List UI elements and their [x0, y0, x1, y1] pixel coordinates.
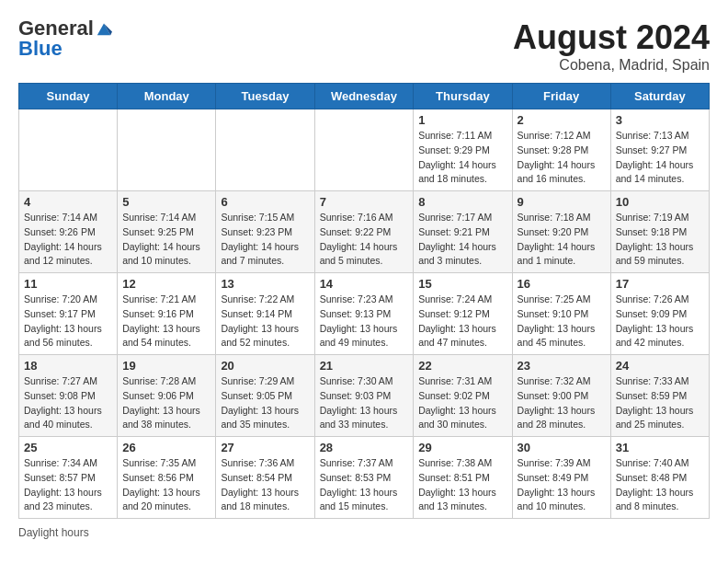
day-number: 31: [616, 441, 704, 454]
calendar-cell: 4Sunrise: 7:14 AMSunset: 9:26 PMDaylight…: [19, 191, 118, 273]
day-info: Sunrise: 7:25 AMSunset: 9:10 PMDaylight:…: [518, 293, 606, 350]
month-year: August 2024: [513, 18, 710, 57]
calendar-cell: 29Sunrise: 7:38 AMSunset: 8:51 PMDayligh…: [414, 437, 512, 519]
day-info: Sunrise: 7:14 AMSunset: 9:25 PMDaylight:…: [122, 211, 210, 269]
day-number: 23: [518, 359, 606, 373]
calendar-cell: 5Sunrise: 7:14 AMSunset: 9:25 PMDaylight…: [118, 191, 216, 273]
day-number: 4: [24, 195, 112, 209]
calendar-cell: 8Sunrise: 7:17 AMSunset: 9:21 PMDaylight…: [414, 191, 512, 273]
calendar-cell: 13Sunrise: 7:22 AMSunset: 9:14 PMDayligh…: [216, 273, 314, 355]
calendar-cell: 2Sunrise: 7:12 AMSunset: 9:28 PMDaylight…: [512, 109, 610, 191]
day-number: 30: [518, 441, 606, 454]
calendar-cell: 20Sunrise: 7:29 AMSunset: 9:05 PMDayligh…: [216, 355, 314, 437]
day-number: 6: [221, 195, 309, 209]
logo-blue: Blue: [18, 39, 112, 59]
day-info: Sunrise: 7:40 AMSunset: 8:48 PMDaylight:…: [616, 456, 704, 514]
weekday-header-monday: Monday: [118, 84, 216, 109]
title-block: August 2024 Cobena, Madrid, Spain: [513, 18, 710, 74]
calendar-week-1: 1Sunrise: 7:11 AMSunset: 9:29 PMDaylight…: [19, 109, 710, 191]
calendar-cell: 15Sunrise: 7:24 AMSunset: 9:12 PMDayligh…: [414, 273, 512, 355]
day-number: 17: [616, 277, 704, 291]
calendar-cell: 18Sunrise: 7:27 AMSunset: 9:08 PMDayligh…: [19, 355, 118, 437]
day-number: 1: [418, 113, 506, 127]
day-number: 20: [221, 359, 309, 373]
day-number: 9: [518, 195, 606, 209]
day-number: 22: [418, 359, 506, 373]
day-number: 8: [418, 195, 506, 209]
day-info: Sunrise: 7:23 AMSunset: 9:13 PMDaylight:…: [320, 293, 409, 350]
day-number: 11: [24, 277, 112, 291]
calendar-cell: [19, 109, 118, 191]
day-info: Sunrise: 7:30 AMSunset: 9:03 PMDaylight:…: [320, 374, 409, 432]
calendar-cell: 24Sunrise: 7:33 AMSunset: 8:59 PMDayligh…: [610, 355, 709, 437]
day-number: 19: [122, 359, 210, 373]
calendar-cell: 17Sunrise: 7:26 AMSunset: 9:09 PMDayligh…: [610, 273, 709, 355]
day-info: Sunrise: 7:26 AMSunset: 9:09 PMDaylight:…: [616, 293, 704, 350]
calendar-cell: 10Sunrise: 7:19 AMSunset: 9:18 PMDayligh…: [610, 191, 709, 273]
day-info: Sunrise: 7:33 AMSunset: 8:59 PMDaylight:…: [616, 374, 704, 432]
calendar-cell: 7Sunrise: 7:16 AMSunset: 9:22 PMDaylight…: [314, 191, 414, 273]
day-info: Sunrise: 7:38 AMSunset: 8:51 PMDaylight:…: [418, 456, 506, 514]
logo-text: General Blue: [18, 18, 112, 59]
day-info: Sunrise: 7:15 AMSunset: 9:23 PMDaylight:…: [221, 211, 309, 269]
day-info: Sunrise: 7:35 AMSunset: 8:56 PMDaylight:…: [122, 456, 210, 514]
weekday-header-wednesday: Wednesday: [314, 84, 414, 109]
day-info: Sunrise: 7:20 AMSunset: 9:17 PMDaylight:…: [24, 293, 112, 350]
calendar-cell: 11Sunrise: 7:20 AMSunset: 9:17 PMDayligh…: [19, 273, 118, 355]
calendar-week-2: 4Sunrise: 7:14 AMSunset: 9:26 PMDaylight…: [19, 191, 710, 273]
day-number: 24: [616, 359, 704, 373]
calendar-cell: [118, 109, 216, 191]
day-info: Sunrise: 7:12 AMSunset: 9:28 PMDaylight:…: [518, 129, 606, 187]
calendar-cell: 22Sunrise: 7:31 AMSunset: 9:02 PMDayligh…: [414, 355, 512, 437]
day-number: 16: [518, 277, 606, 291]
logo: General Blue: [18, 18, 112, 59]
day-number: 5: [122, 195, 210, 209]
day-info: Sunrise: 7:11 AMSunset: 9:29 PMDaylight:…: [418, 129, 506, 187]
day-info: Sunrise: 7:22 AMSunset: 9:14 PMDaylight:…: [221, 293, 309, 350]
calendar-cell: 1Sunrise: 7:11 AMSunset: 9:29 PMDaylight…: [414, 109, 512, 191]
day-number: 21: [320, 359, 409, 373]
day-info: Sunrise: 7:13 AMSunset: 9:27 PMDaylight:…: [616, 129, 704, 187]
logo-icon: [96, 20, 112, 37]
calendar-cell: 3Sunrise: 7:13 AMSunset: 9:27 PMDaylight…: [610, 109, 709, 191]
calendar-cell: 25Sunrise: 7:34 AMSunset: 8:57 PMDayligh…: [19, 437, 118, 519]
logo-general: General: [18, 18, 94, 39]
day-number: 27: [221, 441, 309, 454]
day-info: Sunrise: 7:27 AMSunset: 9:08 PMDaylight:…: [24, 374, 112, 432]
calendar-week-3: 11Sunrise: 7:20 AMSunset: 9:17 PMDayligh…: [19, 273, 710, 355]
calendar-cell: 27Sunrise: 7:36 AMSunset: 8:54 PMDayligh…: [216, 437, 314, 519]
day-number: 13: [221, 277, 309, 291]
day-info: Sunrise: 7:24 AMSunset: 9:12 PMDaylight:…: [418, 293, 506, 350]
day-number: 15: [418, 277, 506, 291]
day-info: Sunrise: 7:17 AMSunset: 9:21 PMDaylight:…: [418, 211, 506, 269]
calendar-week-5: 25Sunrise: 7:34 AMSunset: 8:57 PMDayligh…: [19, 437, 710, 519]
day-number: 10: [616, 195, 704, 209]
day-info: Sunrise: 7:16 AMSunset: 9:22 PMDaylight:…: [320, 211, 409, 269]
day-number: 14: [320, 277, 409, 291]
calendar-cell: 9Sunrise: 7:18 AMSunset: 9:20 PMDaylight…: [512, 191, 610, 273]
day-number: 28: [320, 441, 409, 454]
calendar-cell: 16Sunrise: 7:25 AMSunset: 9:10 PMDayligh…: [512, 273, 610, 355]
page-header: General Blue August 2024 Cobena, Madrid,…: [18, 18, 710, 74]
calendar-cell: 6Sunrise: 7:15 AMSunset: 9:23 PMDaylight…: [216, 191, 314, 273]
day-info: Sunrise: 7:34 AMSunset: 8:57 PMDaylight:…: [24, 456, 112, 514]
day-info: Sunrise: 7:31 AMSunset: 9:02 PMDaylight:…: [418, 374, 506, 432]
calendar-week-4: 18Sunrise: 7:27 AMSunset: 9:08 PMDayligh…: [19, 355, 710, 437]
day-number: 2: [518, 113, 606, 127]
calendar-cell: 31Sunrise: 7:40 AMSunset: 8:48 PMDayligh…: [610, 437, 709, 519]
day-info: Sunrise: 7:28 AMSunset: 9:06 PMDaylight:…: [122, 374, 210, 432]
day-info: Sunrise: 7:18 AMSunset: 9:20 PMDaylight:…: [518, 211, 606, 269]
weekday-header-saturday: Saturday: [610, 84, 709, 109]
location: Cobena, Madrid, Spain: [513, 57, 710, 74]
day-info: Sunrise: 7:14 AMSunset: 9:26 PMDaylight:…: [24, 211, 112, 269]
calendar-cell: 12Sunrise: 7:21 AMSunset: 9:16 PMDayligh…: [118, 273, 216, 355]
daylight-label: Daylight hours: [18, 526, 89, 539]
day-number: 12: [122, 277, 210, 291]
calendar-cell: 30Sunrise: 7:39 AMSunset: 8:49 PMDayligh…: [512, 437, 610, 519]
day-info: Sunrise: 7:21 AMSunset: 9:16 PMDaylight:…: [122, 293, 210, 350]
day-number: 3: [616, 113, 704, 127]
day-info: Sunrise: 7:37 AMSunset: 8:53 PMDaylight:…: [320, 456, 409, 514]
day-number: 26: [122, 441, 210, 454]
day-number: 7: [320, 195, 409, 209]
calendar-cell: 19Sunrise: 7:28 AMSunset: 9:06 PMDayligh…: [118, 355, 216, 437]
